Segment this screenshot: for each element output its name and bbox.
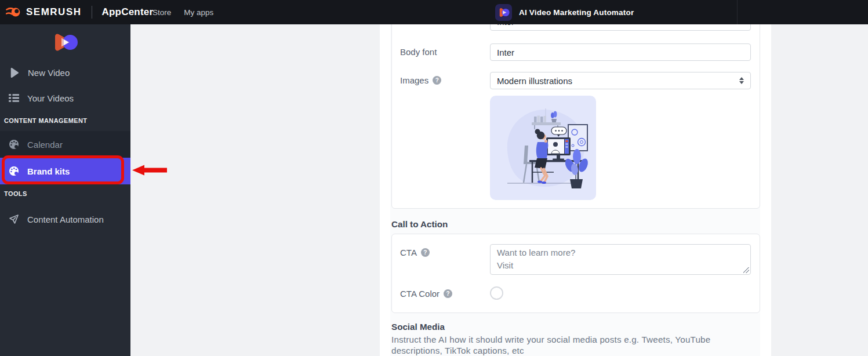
app-logo-icon [495,4,512,21]
help-icon[interactable]: ? [444,289,452,298]
product-wordmark: AppCenter [102,6,154,18]
sidebar-item-label: Content Automation [27,215,104,224]
brand-wordmark: SEMRUSH [26,6,82,18]
app-title: AI Video Marketing Automator [519,8,634,17]
brand-divider [92,6,92,19]
body-font-input[interactable] [490,43,751,61]
cta-color-label: CTA Color ? [400,289,452,299]
sidebar-item-label: Your Videos [27,93,74,103]
send-icon [8,213,20,225]
semrush-flame-icon [6,5,21,19]
sidebar-item-new-video[interactable]: New Video [0,61,130,84]
nav-store[interactable]: Store [152,8,171,17]
cta-textarea[interactable]: Want to learn more? Visit [490,244,751,275]
app-title-group: AI Video Marketing Automator [495,0,634,24]
sidebar-item-label: Brand kits [27,166,70,176]
sidebar-item-content-automation[interactable]: Content Automation [0,208,130,231]
image-style-preview [490,96,596,200]
semrush-appcenter-logo[interactable]: SEMRUSH AppCenter [0,5,153,19]
brand-kit-form: Title font Body font Images ? Modern ill… [390,24,760,356]
sidebar-item-your-videos[interactable]: Your Videos [0,86,130,110]
sidebar-item-brand-kits[interactable]: Brand kits [0,158,130,184]
body-font-label: Body font [400,47,437,57]
sidebar-item-label: Calendar [27,140,63,150]
topbar: SEMRUSH AppCenter Store My apps AI Video… [0,0,868,24]
social-media-heading: Social Media [391,322,445,332]
help-icon[interactable]: ? [421,248,430,257]
topbar-nav: Store My apps [152,0,213,24]
annotation-arrow-icon [132,165,168,178]
cta-section-heading: Call to Action [391,219,448,229]
select-arrows-icon [739,77,744,84]
play-icon [8,67,20,79]
nav-my-apps[interactable]: My apps [184,8,213,17]
help-icon[interactable]: ? [433,76,441,85]
title-font-input[interactable] [490,24,751,31]
sidebar-item-calendar[interactable]: Calendar [0,131,130,158]
cta-color-swatch[interactable] [490,286,503,300]
app-frame: Title font Body font Images ? Modern ill… [380,24,771,356]
title-font-label: Title font [400,24,433,26]
topbar-section-divider [737,0,738,24]
list-icon [8,92,20,104]
palette-icon [8,139,20,150]
images-select-value: Modern illustrations [497,76,572,86]
sidebar-section-tools: TOOLS [0,190,130,197]
sidebar-item-label: New Video [28,68,70,78]
social-media-description: Instruct the AI how it should write your… [391,334,732,356]
sidebar: New Video Your Videos CONTENT MANAGEMENT… [0,24,130,356]
sidebar-section-content-management: CONTENT MANAGEMENT [0,117,130,124]
palette-icon [8,165,20,177]
app-logo[interactable] [0,32,130,53]
cta-label: CTA ? [400,248,430,257]
images-select[interactable]: Modern illustrations [490,72,751,89]
images-label: Images ? [400,75,441,85]
